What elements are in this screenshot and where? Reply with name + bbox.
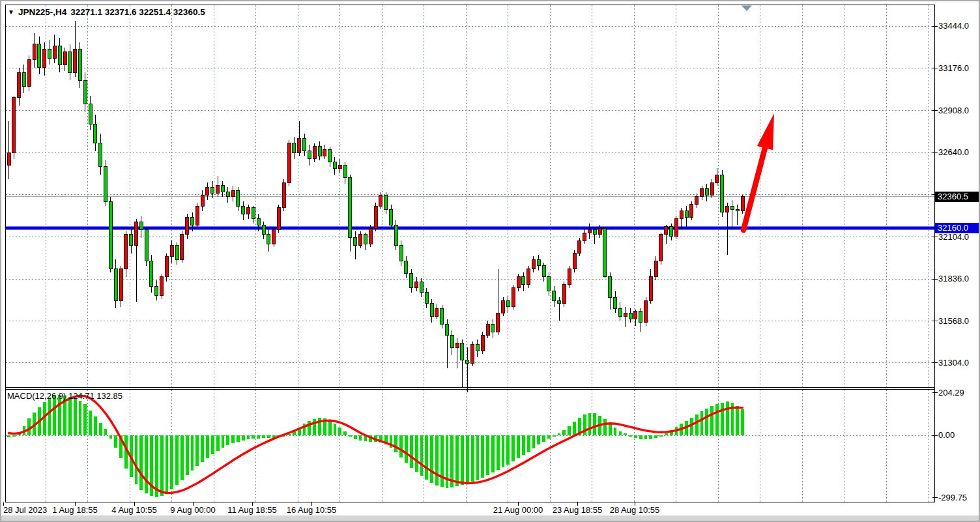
symbol-marker-icon: ▼: [8, 9, 14, 16]
trend-arrow[interactable]: [743, 113, 774, 230]
chart-window: ▼ JPN225-,H4 32271.1 32371.6 32251.4 323…: [0, 0, 980, 522]
time-axis-label: 4 Aug 10:55: [111, 505, 156, 515]
price-axis-label: 33444.0: [938, 21, 969, 31]
price-axis-label: 32640.0: [938, 147, 969, 157]
price-axis-label: 31304.0: [938, 358, 969, 368]
symbol-period-label: JPN225-,H4: [18, 7, 66, 17]
price-axis-label: 33176.0: [938, 63, 969, 73]
macd-histogram: [7, 395, 744, 497]
price-axis-label: 32908.0: [938, 106, 969, 115]
time-axis-label: 1 Aug 18:55: [52, 505, 97, 515]
macd-axis-label: 204.29: [938, 388, 964, 398]
macd-indicator-label: MACD(12,26,9) 124.71 132.85: [7, 391, 122, 401]
time-axis-label: 28 Aug 10:55: [610, 505, 660, 515]
time-axis-label: 16 Aug 10:55: [287, 505, 337, 515]
time-axis-label: 11 Aug 18:55: [227, 505, 277, 515]
hline-price-badge: 32160.0: [935, 223, 980, 233]
chart-title: ▼ JPN225-,H4 32271.1 32371.6 32251.4 323…: [8, 7, 205, 17]
price-chart-canvas[interactable]: [1, 1, 980, 522]
time-axis-label: 28 Jul 2023: [3, 505, 47, 515]
price-axis-label: 31568.0: [938, 316, 969, 326]
window-bottom-edge: [1, 515, 979, 521]
macd-signal-line: [9, 396, 743, 493]
macd-axis-label: 0.00: [938, 430, 955, 440]
bid-price-badge: 32360.5: [935, 192, 980, 202]
candles: [7, 21, 744, 392]
time-axis-label: 23 Aug 18:55: [553, 505, 603, 515]
chart-frame: [3, 5, 938, 506]
time-axis-label: 9 Aug 00:00: [170, 505, 215, 515]
chart-shift-marker-icon[interactable]: [742, 6, 752, 12]
price-axis-label: 31836.0: [938, 274, 969, 283]
time-axis-label: 21 Aug 00:00: [493, 505, 543, 515]
ohlc-values: 32271.1 32371.6 32251.4 32360.5: [70, 7, 205, 17]
macd-axis-label: -299.75: [938, 493, 967, 502]
